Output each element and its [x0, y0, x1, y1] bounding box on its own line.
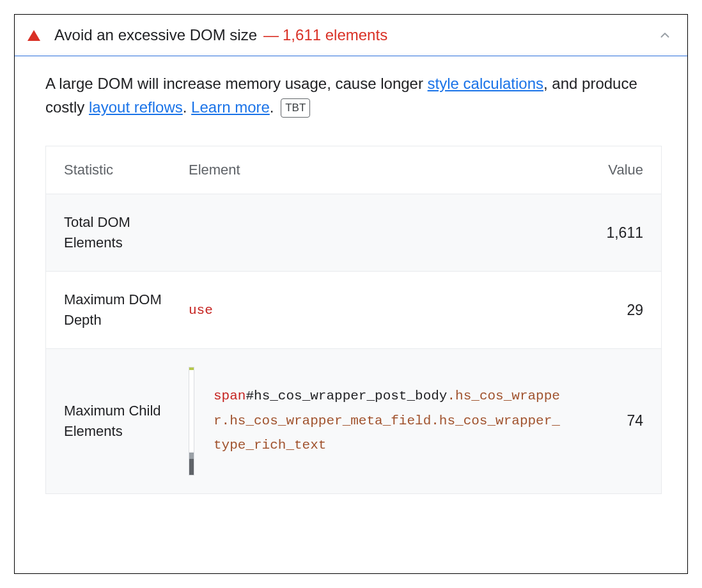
- stats-table: Statistic Element Value Total DOM Elemen…: [45, 146, 662, 494]
- audit-count: 1,611 elements: [283, 26, 387, 44]
- col-header-element: Element: [189, 162, 586, 178]
- audit-title-dash: —: [263, 26, 279, 44]
- element-snippet-id: #hs_cos_wrapper_post_body: [246, 389, 447, 403]
- col-header-value: Value: [586, 162, 643, 178]
- stat-value: 1,611: [586, 224, 643, 242]
- col-header-statistic: Statistic: [64, 162, 189, 178]
- table-head: Statistic Element Value: [46, 146, 661, 194]
- audit-description: A large DOM will increase memory usage, …: [45, 72, 662, 119]
- stat-value: 29: [586, 302, 643, 319]
- table-row: Maximum DOM Depth use 29: [46, 271, 661, 348]
- audit-header[interactable]: Avoid an excessive DOM size — 1,611 elem…: [15, 15, 687, 56]
- desc-text: A large DOM will increase memory usage, …: [45, 75, 428, 92]
- stat-value: 74: [586, 412, 643, 429]
- stat-label: Total DOM Elements: [64, 212, 189, 253]
- element-snippet-tag: use: [189, 303, 213, 318]
- stat-element: span#hs_cos_wrapper_post_body.hs_cos_wra…: [189, 367, 586, 476]
- audit-title: Avoid an excessive DOM size: [54, 26, 257, 44]
- audit-panel: Avoid an excessive DOM size — 1,611 elem…: [14, 14, 688, 574]
- stat-label: Maximum Child Elements: [64, 401, 189, 442]
- element-snippet-tag: span: [214, 389, 246, 403]
- link-learn-more[interactable]: Learn more: [191, 98, 270, 116]
- link-layout-reflows[interactable]: layout reflows: [89, 98, 183, 116]
- stat-label: Maximum DOM Depth: [64, 290, 189, 330]
- audit-body: A large DOM will increase memory usage, …: [15, 56, 687, 520]
- table-row: Total DOM Elements 1,611: [46, 194, 661, 271]
- stat-element: use: [189, 303, 586, 318]
- desc-text: .: [270, 98, 278, 116]
- chevron-up-icon[interactable]: [658, 28, 672, 42]
- link-style-calculations[interactable]: style calculations: [428, 75, 543, 92]
- element-thumbnail: [189, 367, 194, 476]
- desc-text: .: [183, 98, 191, 116]
- tbt-badge: TBT: [281, 98, 310, 117]
- element-snippet: span#hs_cos_wrapper_post_body.hs_cos_wra…: [214, 384, 562, 459]
- table-row: Maximum Child Elements span#hs_cos_wrapp…: [46, 348, 661, 493]
- warning-triangle-icon: [27, 30, 40, 41]
